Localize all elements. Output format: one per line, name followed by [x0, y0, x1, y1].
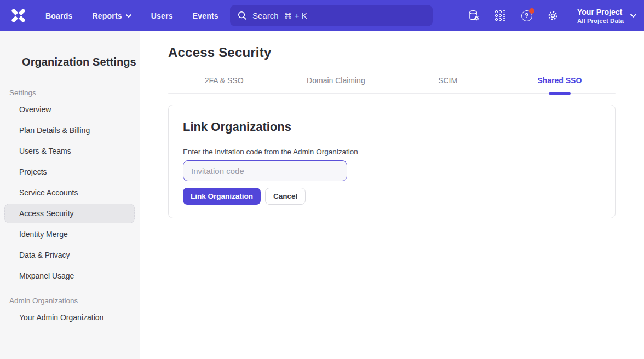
link-organization-button[interactable]: Link Organization: [183, 188, 261, 205]
project-name: Your Project: [577, 7, 622, 17]
sidebar-item-identity-merge[interactable]: Identity Merge: [4, 224, 135, 245]
nav-item-reports[interactable]: Reports: [92, 11, 131, 20]
nav-links: Boards Reports Users Events: [45, 11, 219, 20]
sidebar-item-label: Users & Teams: [19, 147, 71, 155]
cancel-button[interactable]: Cancel: [265, 188, 306, 205]
sidebar-item-label: Access Security: [19, 209, 74, 218]
sidebar-section-settings: Settings: [9, 89, 140, 97]
sidebar-item-label: Projects: [19, 167, 47, 176]
invitation-code-input[interactable]: [183, 160, 347, 181]
main-content: Access Security 2FA & SSO Domain Claimin…: [140, 31, 644, 359]
mixpanel-logo[interactable]: [10, 8, 26, 24]
sidebar-item-plan-details-billing[interactable]: Plan Details & Billing: [4, 120, 135, 141]
link-organizations-card: Link Organizations Enter the invitation …: [168, 105, 616, 218]
tab-label: SCIM: [438, 76, 457, 85]
card-actions: Link Organization Cancel: [183, 188, 600, 205]
invitation-code-label: Enter the invitation code from the Admin…: [183, 148, 600, 156]
chevron-down-icon: [630, 14, 636, 18]
sidebar-item-mixpanel-usage[interactable]: Mixpanel Usage: [4, 265, 135, 286]
top-navbar: Boards Reports Users Events Search ⌘ + K: [0, 0, 644, 31]
sidebar-item-label: Plan Details & Billing: [19, 126, 90, 135]
nav-item-label: Events: [193, 11, 219, 20]
nav-item-label: Boards: [45, 11, 72, 20]
tab-domain-claiming[interactable]: Domain Claiming: [280, 76, 392, 94]
search-placeholder: Search: [252, 11, 279, 20]
data-management-icon[interactable]: [468, 9, 480, 22]
sidebar-item-access-security[interactable]: Access Security: [4, 204, 135, 223]
tab-label: Domain Claiming: [307, 76, 365, 85]
project-switcher[interactable]: Your Project All Project Data: [577, 7, 636, 25]
sidebar-item-label: Identity Merge: [19, 230, 68, 239]
tab-label: 2FA & SSO: [205, 76, 244, 85]
nav-item-label: Users: [151, 11, 173, 20]
help-icon[interactable]: ?: [520, 9, 533, 22]
apps-grid-icon[interactable]: [494, 9, 507, 22]
sidebar-item-overview[interactable]: Overview: [4, 99, 135, 120]
tab-bar: 2FA & SSO Domain Claiming SCIM Shared SS…: [168, 76, 616, 94]
tab-label: Shared SSO: [537, 76, 582, 85]
sidebar-item-your-admin-organization[interactable]: Your Admin Organization: [4, 307, 135, 328]
tab-scim[interactable]: SCIM: [392, 76, 504, 94]
sidebar-item-projects[interactable]: Projects: [4, 161, 135, 182]
nav-item-label: Reports: [92, 11, 122, 20]
sidebar-item-service-accounts[interactable]: Service Accounts: [4, 182, 135, 203]
tab-2fa-sso[interactable]: 2FA & SSO: [168, 76, 280, 94]
nav-right-cluster: ? Your Project All Project Data: [468, 0, 636, 31]
active-tab-underline: [549, 92, 571, 95]
search-input[interactable]: Search ⌘ + K: [230, 5, 433, 26]
sidebar-section-admin-organizations: Admin Organizations: [9, 297, 140, 305]
search-shortcut: ⌘ + K: [284, 11, 307, 21]
project-subtitle: All Project Data: [577, 17, 624, 25]
nav-item-boards[interactable]: Boards: [45, 11, 72, 20]
nav-item-events[interactable]: Events: [193, 11, 219, 20]
apps-grid-glyph: [495, 10, 505, 21]
sidebar-item-label: Your Admin Organization: [19, 313, 104, 322]
settings-sidebar: Organization Settings Settings Overview …: [0, 31, 140, 359]
project-text: Your Project All Project Data: [577, 7, 624, 25]
settings-gear-icon[interactable]: [547, 9, 559, 22]
sidebar-item-data-privacy[interactable]: Data & Privacy: [4, 245, 135, 265]
sidebar-title: Organization Settings: [0, 31, 140, 68]
search-icon: [238, 11, 247, 20]
sidebar-item-label: Mixpanel Usage: [19, 271, 74, 280]
card-title: Link Organizations: [183, 120, 600, 134]
page-title: Access Security: [168, 45, 616, 60]
nav-item-users[interactable]: Users: [151, 11, 173, 20]
sidebar-item-label: Service Accounts: [19, 188, 78, 197]
notification-dot: [529, 8, 534, 14]
sidebar-item-users-teams[interactable]: Users & Teams: [4, 141, 135, 161]
mixpanel-logo-icon: [11, 8, 26, 23]
chevron-down-icon: [126, 14, 131, 18]
tab-shared-sso[interactable]: Shared SSO: [504, 76, 616, 94]
sidebar-item-label: Overview: [19, 105, 51, 114]
sidebar-item-label: Data & Privacy: [19, 251, 70, 259]
